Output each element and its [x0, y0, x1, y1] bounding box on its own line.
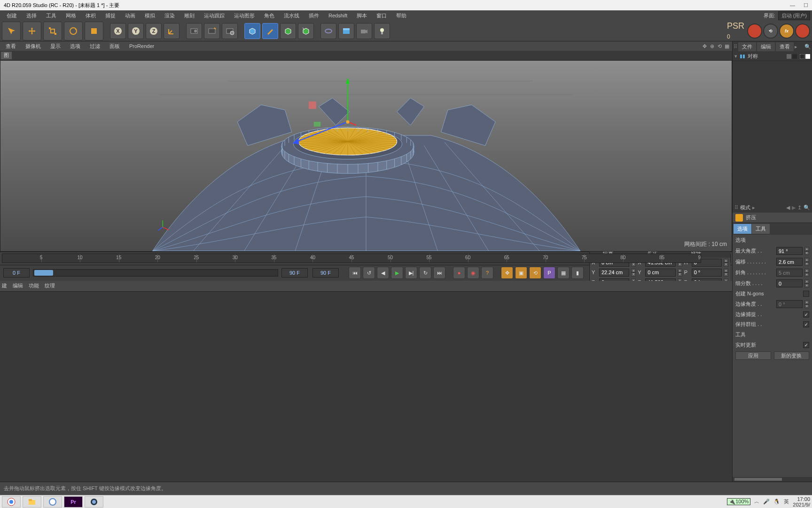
param-spinner-0[interactable]: ▲▼ [804, 247, 809, 255]
menu-tools[interactable]: 工具 [41, 10, 61, 21]
vis-editor-icon[interactable] [792, 54, 797, 59]
vp-nav-zoom-icon[interactable]: ⊕ [709, 43, 715, 49]
material-area[interactable] [0, 291, 732, 482]
sel-dot-icon[interactable] [805, 54, 810, 59]
menu-snap[interactable]: 捕捉 [101, 10, 120, 21]
attr-nav-fwd-icon[interactable]: ▶ [792, 205, 796, 211]
menu-mograph[interactable]: 运动图形 [229, 10, 259, 21]
param-field-3[interactable] [776, 279, 803, 287]
ngons-checkbox[interactable] [803, 291, 809, 297]
param-spinner-2[interactable]: ▲▼ [804, 269, 809, 277]
menu-simulate[interactable]: 模拟 [140, 10, 160, 21]
tray-date[interactable]: 2021/9/ [793, 502, 810, 508]
vp-menu-display[interactable]: 显示 [46, 43, 65, 50]
tab-edit[interactable]: 编辑 [13, 282, 23, 289]
menu-mesh[interactable]: 网格 [61, 10, 81, 21]
menu-render[interactable]: 渲染 [160, 10, 180, 21]
task-app1-icon[interactable] [43, 496, 62, 508]
key-param-button[interactable]: P [543, 267, 555, 279]
attr-nav-back-icon[interactable]: ◀ [786, 205, 790, 211]
psr-record-button[interactable] [747, 24, 762, 39]
battery-icon[interactable]: 🔌100% [727, 498, 750, 505]
menu-character[interactable]: 角色 [259, 10, 279, 21]
param-field-2[interactable] [776, 269, 803, 277]
step-back-loop-button[interactable]: ↺ [363, 267, 375, 279]
rotate-tool[interactable] [64, 22, 83, 40]
step-fwd-loop-button[interactable]: ↻ [419, 267, 431, 279]
task-premiere-icon[interactable]: Pr [64, 496, 83, 508]
attr-mode-label[interactable]: 模式 [740, 204, 750, 211]
vp-nav-move-icon[interactable]: ✥ [701, 43, 708, 49]
key-scale-button[interactable]: ▣ [515, 267, 527, 279]
tray-time[interactable]: 17:00 [797, 496, 810, 502]
render-settings-button[interactable] [222, 23, 238, 39]
realtime-checkbox[interactable]: ✓ [803, 342, 809, 348]
attr-scrollbar[interactable] [734, 478, 782, 481]
layout-dropdown[interactable]: 启动 (用户) [778, 11, 810, 20]
menu-script[interactable]: 脚本 [352, 10, 372, 21]
current-frame-field[interactable]: 0 F [3, 268, 30, 278]
timeline-slider[interactable] [33, 269, 278, 277]
om-tab-edit[interactable]: 编辑 [757, 42, 775, 51]
generator-button[interactable] [280, 23, 296, 39]
menu-help[interactable]: 帮助 [391, 10, 411, 21]
key-rot-button[interactable]: ⟲ [529, 267, 541, 279]
psr-key-button[interactable]: ⟲ [763, 24, 778, 39]
spline-pen-button[interactable] [262, 23, 278, 39]
vp-menu-view[interactable]: 查看 [1, 43, 21, 50]
record-button[interactable]: ● [453, 267, 465, 279]
autokey-button[interactable]: ◉ [467, 267, 479, 279]
param-spinner-1[interactable]: ▲▼ [804, 258, 809, 266]
minimize-button[interactable]: — [790, 2, 795, 8]
task-c4d-icon[interactable] [85, 496, 103, 508]
vp-menu-panel[interactable]: 面板 [105, 43, 125, 50]
menu-pipeline[interactable]: 流水线 [279, 10, 304, 21]
tab-function[interactable]: 功能 [29, 282, 39, 289]
goto-start-button[interactable]: ⏮ [349, 267, 361, 279]
edge-snap-checkbox[interactable]: ✓ [803, 311, 809, 318]
task-chrome-icon[interactable] [2, 496, 21, 508]
om-tab-file[interactable]: 文件 [738, 42, 756, 51]
coord-system-button[interactable] [164, 23, 180, 39]
rot-P-field[interactable] [692, 269, 722, 277]
param-field-0[interactable] [776, 247, 803, 255]
slider-handle[interactable] [34, 270, 53, 276]
psr-fx-button[interactable]: fx [779, 24, 794, 39]
vp-menu-options[interactable]: 选项 [65, 43, 85, 50]
param-field-1[interactable] [776, 258, 803, 266]
camera-button[interactable] [356, 23, 372, 39]
tray-qq-icon[interactable]: 🐧 [773, 499, 780, 505]
menu-plugins[interactable]: 插件 [304, 10, 324, 21]
om-search-icon[interactable]: 🔍 [804, 44, 811, 50]
vp-menu-camera[interactable]: 摄像机 [21, 43, 46, 50]
attr-nav-up-icon[interactable]: ↥ [797, 205, 802, 211]
psr-auto-button[interactable] [795, 24, 810, 39]
move-tool[interactable] [23, 22, 41, 40]
menu-select[interactable]: 选择 [22, 10, 41, 21]
param-spinner-3[interactable]: ▲▼ [804, 279, 809, 287]
size-Y-field[interactable] [645, 269, 675, 277]
vp-nav-toggle-icon[interactable]: ▦ [724, 43, 730, 49]
deformer-button[interactable] [298, 23, 314, 39]
tray-ime-label[interactable]: 英 [784, 498, 789, 505]
om-tab-view[interactable]: 查看 [776, 42, 794, 51]
goto-end-button[interactable]: ⏭ [433, 267, 445, 279]
key-pos-button[interactable]: ✥ [501, 267, 513, 279]
tray-chevron-icon[interactable]: ︿ [754, 498, 759, 505]
environment-button[interactable] [338, 23, 354, 39]
vp-nav-rotate-icon[interactable]: ⟲ [716, 43, 723, 49]
perspective-viewport[interactable]: 网格间距 : 10 cm [0, 60, 732, 252]
edge-angle-field[interactable] [776, 300, 803, 308]
tab-texture[interactable]: 纹理 [45, 282, 55, 289]
vis-render-icon[interactable] [800, 54, 804, 59]
menu-motiontrack[interactable]: 运动跟踪 [199, 10, 229, 21]
prev-frame-button[interactable]: ◀ [377, 267, 389, 279]
pos-Y-field[interactable] [599, 269, 629, 277]
layer-dot-icon[interactable] [787, 54, 791, 59]
key-options-button[interactable]: ? [481, 267, 493, 279]
menu-redshift[interactable]: Redshift [324, 10, 352, 21]
maximize-button[interactable]: ☐ [804, 2, 808, 8]
vp-menu-filter[interactable]: 过滤 [85, 43, 105, 50]
end-frame-field[interactable]: 90 F [281, 268, 308, 278]
hierarchy-toggle-icon[interactable]: ▾ [734, 53, 737, 59]
